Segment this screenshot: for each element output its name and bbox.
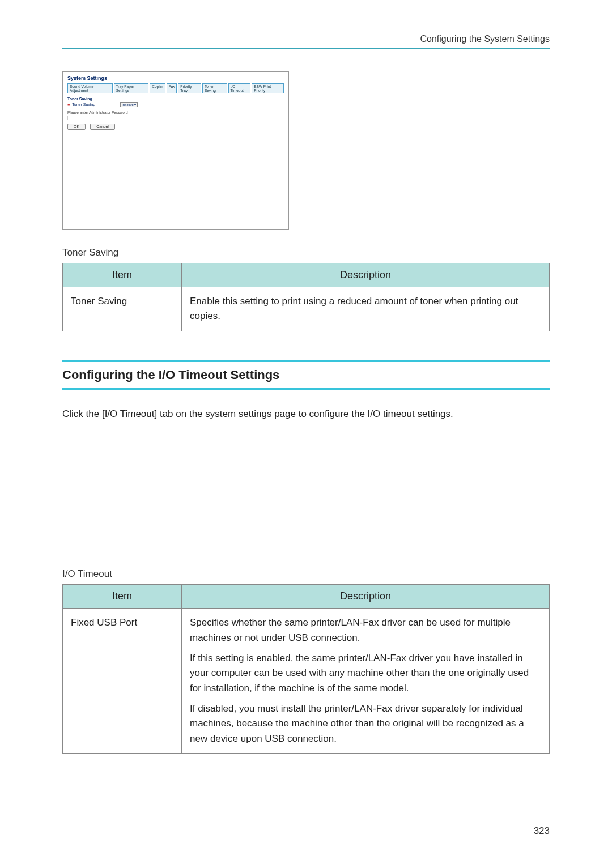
cell-item: Toner Saving [63, 287, 182, 331]
tab-copier[interactable]: Copier [150, 83, 165, 93]
table-row: Fixed USB Port Specifies whether the sam… [63, 609, 550, 754]
tab-tray-paper[interactable]: Tray Paper Settings [114, 83, 149, 93]
cancel-button[interactable]: Cancel [90, 124, 115, 130]
field-label: Toner Saving [72, 103, 95, 107]
toner-saving-table: Item Description Toner Saving Enable thi… [62, 263, 550, 331]
desc-p3: If disabled, you must install the printe… [190, 701, 541, 746]
tab-fax[interactable]: Fax [167, 83, 177, 93]
io-timeout-table: Item Description Fixed USB Port Specifie… [62, 584, 550, 754]
screenshot-title: System Settings [67, 75, 284, 81]
col-item: Item [63, 263, 182, 287]
ok-button[interactable]: OK [67, 124, 86, 130]
col-description: Description [182, 263, 550, 287]
screenshot-tabs: Sound Volume Adjustment Tray Paper Setti… [67, 83, 284, 93]
io-intro-text: Click the [I/O Timeout] tab on the syste… [62, 407, 550, 422]
page-number: 323 [534, 826, 550, 837]
tab-bw-print-priority[interactable]: B&W Print Priority [252, 83, 284, 93]
tab-sound-volume[interactable]: Sound Volume Adjustment [67, 83, 113, 93]
cell-item: Fixed USB Port [63, 609, 182, 754]
toner-saving-label: Toner Saving [62, 247, 550, 258]
desc-p1: Specifies whether the same printer/LAN-F… [190, 615, 541, 645]
breadcrumb: Configuring the System Settings [62, 34, 550, 44]
cell-description: Specifies whether the same printer/LAN-F… [182, 609, 550, 754]
tab-io-timeout[interactable]: I/O Timeout [228, 83, 251, 93]
desc-p2: If this setting is enabled, the same pri… [190, 651, 541, 696]
table-row: Toner Saving Enable this setting to prin… [63, 287, 550, 331]
col-description: Description [182, 585, 550, 609]
toner-saving-field: ■ Toner Saving Inactive ▾ [67, 102, 284, 107]
toner-saving-select[interactable]: Inactive ▾ [120, 102, 138, 107]
io-timeout-heading: Configuring the I/O Timeout Settings [62, 360, 550, 390]
admin-password-note: Please enter Administrator Password [67, 110, 284, 114]
tab-toner-saving[interactable]: Toner Saving [202, 83, 227, 93]
col-item: Item [63, 585, 182, 609]
password-input[interactable] [67, 116, 118, 120]
tab-priority-tray[interactable]: Priority Tray [178, 83, 201, 93]
screenshot-section: Toner Saving [67, 97, 284, 101]
required-star-icon: ■ [67, 103, 70, 107]
cell-description: Enable this setting to print using a red… [182, 287, 550, 331]
header-divider [62, 48, 550, 49]
io-timeout-label: I/O Timeout [62, 568, 550, 580]
settings-screenshot: System Settings Sound Volume Adjustment … [62, 71, 289, 230]
